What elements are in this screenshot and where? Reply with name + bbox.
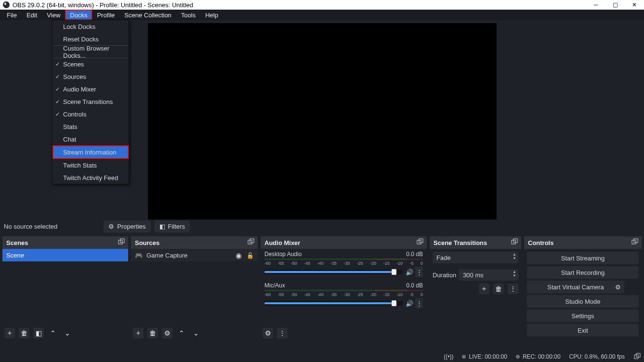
status-rec: REC: 00:00:00 — [523, 353, 561, 360]
source-properties-button[interactable]: ⚙ — [162, 328, 172, 338]
scene-item[interactable]: Scene — [2, 249, 128, 261]
docks-menu-twitch-activity[interactable]: Twitch Activity Feed — [53, 171, 129, 184]
advanced-audio-button[interactable]: ⚙ — [263, 328, 273, 338]
scenes-toolbar: ＋ 🗑 ◧ ⌃ ⌄ — [4, 328, 73, 338]
menu-file[interactable]: File — [2, 10, 22, 20]
window-title: OBS 29.0.2 (64-bit, windows) - Profile: … — [13, 1, 193, 9]
minimize-button[interactable]: ─ — [586, 0, 605, 10]
docks-menu-custom-browser[interactable]: Custom Browser Docks... — [53, 45, 129, 58]
menu-help[interactable]: Help — [200, 10, 223, 20]
live-indicator-icon — [462, 355, 466, 359]
scene-filter-button[interactable]: ◧ — [33, 328, 44, 338]
add-source-button[interactable]: ＋ — [133, 328, 144, 338]
move-scene-down-button[interactable]: ⌄ — [62, 328, 73, 338]
add-transition-button[interactable]: ＋ — [479, 284, 489, 294]
menu-profile[interactable]: Profile — [92, 10, 119, 20]
menu-bar: File Edit View Docks Profile Scene Colle… — [0, 10, 644, 20]
source-item[interactable]: 🎮 Game Capture ◉ 🔓 — [131, 249, 258, 261]
status-live: LIVE: 00:00:00 — [469, 353, 507, 360]
panel-audio-mixer: Audio Mixer Desktop Audio0.0 dB -60-55-5… — [261, 236, 427, 340]
menu-scene-collection[interactable]: Scene Collection — [119, 10, 176, 20]
menu-view[interactable]: View — [42, 10, 65, 20]
filters-icon: ◧ — [159, 223, 165, 230]
popout-icon[interactable] — [416, 238, 424, 246]
docks-menu-controls[interactable]: Controls — [53, 108, 129, 120]
panel-scenes: Scenes Scene ＋ 🗑 ◧ ⌃ ⌄ — [2, 236, 128, 340]
popout-icon[interactable] — [247, 238, 255, 246]
obs-logo-icon — [3, 1, 10, 8]
visibility-toggle[interactable]: ◉ — [236, 251, 242, 260]
move-source-down-button[interactable]: ⌄ — [191, 328, 201, 338]
docks-dropdown: Lock Docks Reset Docks Custom Browser Do… — [52, 20, 129, 184]
mixer-menu-button[interactable]: ⋮ — [277, 328, 288, 338]
mixer-toolbar: ⚙ ⋮ — [263, 328, 288, 338]
move-scene-up-button[interactable]: ⌃ — [48, 328, 58, 338]
docks-menu-scene-transitions[interactable]: Scene Transitions — [53, 95, 129, 108]
menu-docks[interactable]: Docks — [65, 10, 92, 20]
popout-icon[interactable] — [118, 238, 125, 246]
remove-source-button[interactable]: 🗑 — [147, 328, 158, 338]
docks-menu-stream-information[interactable]: Stream Information — [53, 145, 129, 159]
close-button[interactable]: ✕ — [625, 0, 644, 10]
popout-icon[interactable] — [633, 353, 641, 361]
start-virtual-camera-button[interactable]: Start Virtual Camera⚙ — [527, 281, 624, 293]
dock-row: Scenes Scene ＋ 🗑 ◧ ⌃ ⌄ Sources 🎮 Game Ca… — [0, 233, 644, 340]
no-source-label: No source selected — [4, 223, 57, 230]
mixer-ticks: -60-55-50-45-40-35-30-25-20-15-10-50 — [264, 261, 423, 266]
sources-toolbar: ＋ 🗑 ⚙ ⌃ ⌄ — [133, 328, 201, 338]
panel-sources: Sources 🎮 Game Capture ◉ 🔓 ＋ 🗑 ⚙ ⌃ ⌄ — [131, 236, 258, 340]
mixer-channel-mic: Mic/Aux0.0 dB -60-55-50-45-40-35-30-25-2… — [261, 280, 427, 311]
channel-menu-button[interactable]: ⋮ — [415, 298, 423, 309]
start-streaming-button[interactable]: Start Streaming — [527, 252, 639, 264]
popout-icon[interactable] — [511, 238, 518, 246]
menu-tools[interactable]: Tools — [176, 10, 200, 20]
panel-sources-header[interactable]: Sources — [131, 236, 258, 249]
add-scene-button[interactable]: ＋ — [4, 328, 15, 338]
panel-controls-header[interactable]: Controls — [524, 236, 642, 249]
channel-menu-button[interactable]: ⋮ — [415, 267, 423, 277]
speaker-icon[interactable]: 🔊 — [406, 269, 412, 275]
lock-toggle[interactable]: 🔓 — [247, 252, 254, 259]
duration-input[interactable]: 300 ms▲▼ — [459, 269, 518, 281]
docks-menu-lock[interactable]: Lock Docks — [53, 20, 129, 33]
volume-slider-mic[interactable] — [264, 301, 403, 306]
panel-transitions-header[interactable]: Scene Transitions — [430, 236, 521, 249]
speaker-icon[interactable]: 🔊 — [406, 300, 412, 307]
source-info-bar: No source selected ⚙Properties ◧Filters — [0, 219, 644, 233]
updown-icon: ▲▼ — [513, 270, 516, 278]
panel-mixer-header[interactable]: Audio Mixer — [261, 236, 427, 249]
popout-icon[interactable] — [631, 238, 639, 246]
settings-button[interactable]: Settings — [527, 310, 639, 322]
gamepad-icon: 🎮 — [135, 252, 143, 259]
duration-label: Duration — [433, 272, 456, 279]
menu-edit[interactable]: Edit — [22, 10, 42, 20]
transition-select[interactable]: Fade▲▼ — [433, 252, 518, 263]
remove-scene-button[interactable]: 🗑 — [19, 328, 29, 338]
docks-menu-reset[interactable]: Reset Docks — [53, 33, 129, 45]
properties-button[interactable]: ⚙Properties — [104, 220, 150, 233]
preview-canvas[interactable] — [148, 23, 497, 220]
panel-scenes-header[interactable]: Scenes — [2, 236, 128, 249]
docks-menu-audio-mixer[interactable]: Audio Mixer — [53, 83, 129, 95]
remove-transition-button[interactable]: 🗑 — [493, 284, 504, 294]
volume-slider-desktop[interactable] — [264, 270, 403, 274]
studio-mode-button[interactable]: Studio Mode — [527, 295, 639, 308]
filters-button[interactable]: ◧Filters — [155, 220, 190, 233]
exit-button[interactable]: Exit — [527, 324, 639, 336]
maximize-button[interactable]: ▢ — [605, 0, 625, 10]
rec-indicator-icon — [516, 355, 520, 359]
status-cpu: CPU: 0.8%, 60.00 fps — [569, 353, 625, 360]
transition-menu-button[interactable]: ⋮ — [508, 284, 518, 294]
window-titlebar: OBS 29.0.2 (64-bit, windows) - Profile: … — [0, 0, 644, 10]
start-recording-button[interactable]: Start Recording — [527, 266, 639, 279]
move-source-up-button[interactable]: ⌃ — [176, 328, 187, 338]
docks-menu-sources[interactable]: Sources — [53, 70, 129, 83]
gear-icon: ⚙ — [108, 223, 114, 230]
updown-icon: ▲▼ — [513, 253, 516, 260]
status-network-icon: ((•)) — [444, 353, 453, 360]
docks-menu-stats[interactable]: Stats — [53, 120, 129, 133]
docks-menu-scenes[interactable]: Scenes — [53, 58, 129, 70]
virtual-camera-settings-button[interactable]: ⚙ — [612, 281, 624, 293]
docks-menu-chat[interactable]: Chat — [53, 133, 129, 145]
docks-menu-twitch-stats[interactable]: Twitch Stats — [53, 159, 129, 171]
